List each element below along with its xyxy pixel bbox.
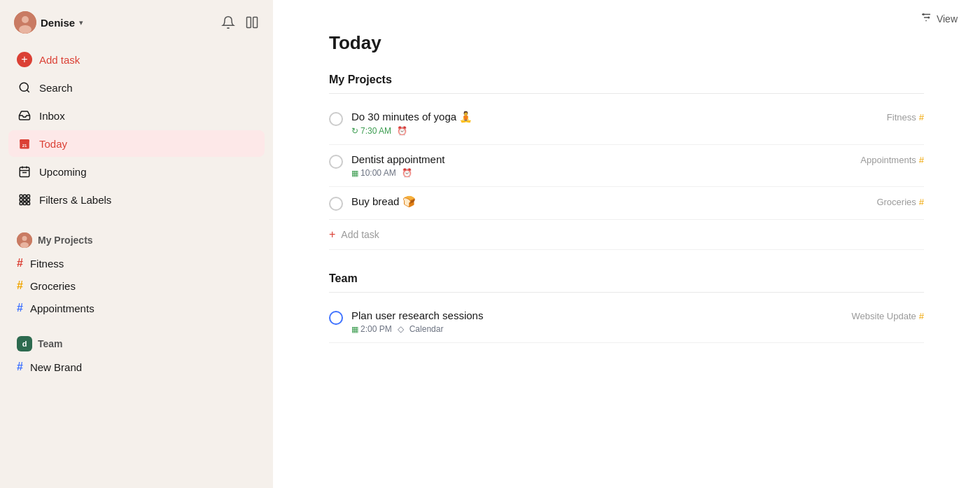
task-content: Plan user research sessions ▦ 2:00 PM ◇ … xyxy=(351,309,483,334)
avatar xyxy=(14,11,36,34)
my-projects-section: My Projects # Fitness # Groceries # Appo… xyxy=(0,218,273,322)
alarm-icon: ⏰ xyxy=(402,168,412,178)
my-projects-label: My Projects xyxy=(38,235,93,246)
add-task-inline-label: Add task xyxy=(341,229,379,240)
fitness-label: Fitness xyxy=(30,258,64,270)
view-button-label: View xyxy=(937,13,958,25)
task-checkbox[interactable] xyxy=(329,311,343,325)
team-section-title: Team xyxy=(329,272,924,293)
svg-rect-18 xyxy=(24,195,27,197)
task-right: Website Update # xyxy=(852,309,925,321)
svg-rect-16 xyxy=(20,199,22,202)
calendar-small-icon: ▦ xyxy=(351,325,358,334)
add-task-button[interactable]: + Add task xyxy=(8,46,265,73)
task-time: ▦ 10:00 AM xyxy=(351,168,396,178)
svg-rect-17 xyxy=(20,202,22,205)
hash-icon: # xyxy=(17,257,23,270)
task-checkbox[interactable] xyxy=(329,197,343,211)
svg-rect-23 xyxy=(27,202,30,205)
layout-button[interactable] xyxy=(245,15,259,29)
hash-icon: # xyxy=(17,279,23,292)
hash-icon: # xyxy=(17,302,23,314)
team-avatar: d xyxy=(17,336,32,351)
add-task-inline-button[interactable]: + Add task xyxy=(329,220,924,250)
calendar-label-icon: ◇ xyxy=(398,324,404,334)
sidebar-item-inbox[interactable]: Inbox xyxy=(8,102,265,129)
task-left: Buy bread 🍞 xyxy=(329,195,876,211)
task-right: Appointments # xyxy=(860,153,924,165)
search-label: Search xyxy=(39,82,73,94)
appointments-label: Appointments xyxy=(30,302,94,314)
svg-point-1 xyxy=(22,16,29,23)
page-title: Today xyxy=(329,32,924,54)
my-projects-task-section: My Projects Do 30 minutes of yoga 🧘 ↻ 7:… xyxy=(329,74,924,250)
recurrence-icon: ↻ xyxy=(351,126,358,136)
svg-line-6 xyxy=(27,90,29,92)
svg-point-5 xyxy=(20,83,28,91)
alarm-icon: ⏰ xyxy=(397,126,407,136)
task-tag-hash: # xyxy=(919,112,924,123)
calendar-small-icon: ▦ xyxy=(351,169,358,178)
filters-icon xyxy=(17,192,32,207)
table-row[interactable]: Do 30 minutes of yoga 🧘 ↻ 7:30 AM ⏰ xyxy=(329,102,924,145)
task-checkbox[interactable] xyxy=(329,112,343,126)
sidebar-item-fitness[interactable]: # Fitness xyxy=(8,252,265,274)
task-meta: ▦ 10:00 AM ⏰ xyxy=(351,168,444,178)
sidebar-item-appointments[interactable]: # Appointments xyxy=(8,297,265,319)
main-content: View Today My Projects Do 30 minutes of … xyxy=(273,0,980,488)
task-title: Plan user research sessions xyxy=(351,309,483,321)
task-title: Buy bread 🍞 xyxy=(351,195,416,208)
main-body: Today My Projects Do 30 minutes of yoga … xyxy=(273,27,980,365)
sidebar-item-search[interactable]: Search xyxy=(8,74,265,101)
search-icon xyxy=(17,80,32,95)
hash-icon: # xyxy=(17,361,23,373)
task-tag: Groceries xyxy=(876,197,916,207)
upcoming-label: Upcoming xyxy=(39,166,87,178)
svg-rect-15 xyxy=(20,195,22,197)
add-task-circle-icon: + xyxy=(17,52,32,67)
sidebar-item-groceries[interactable]: # Groceries xyxy=(8,274,265,297)
table-row[interactable]: Dentist appointment ▦ 10:00 AM ⏰ Appo xyxy=(329,145,924,187)
sidebar-item-today[interactable]: 21 Today xyxy=(8,130,265,157)
add-plus-icon: + xyxy=(329,228,335,241)
notifications-button[interactable] xyxy=(221,15,235,29)
team-section-header: d Team xyxy=(8,332,265,356)
user-menu[interactable]: Denise ▾ xyxy=(14,11,83,34)
task-tag-hash: # xyxy=(919,197,924,207)
task-tag: Website Update xyxy=(852,311,916,321)
user-name: Denise xyxy=(41,17,75,29)
task-left: Plan user research sessions ▦ 2:00 PM ◇ … xyxy=(329,309,852,334)
svg-text:21: 21 xyxy=(22,144,27,148)
task-list-my-projects: Do 30 minutes of yoga 🧘 ↻ 7:30 AM ⏰ xyxy=(329,102,924,250)
table-row[interactable]: Plan user research sessions ▦ 2:00 PM ◇ … xyxy=(329,301,924,343)
svg-rect-22 xyxy=(27,199,30,202)
svg-rect-8 xyxy=(20,139,29,143)
chevron-down-icon: ▾ xyxy=(79,18,83,27)
task-tag-hash: # xyxy=(919,155,924,165)
today-label: Today xyxy=(39,138,67,150)
task-title: Do 30 minutes of yoga 🧘 xyxy=(351,111,472,123)
sidebar-header: Denise ▾ xyxy=(0,0,273,41)
task-checkbox[interactable] xyxy=(329,155,343,169)
svg-point-26 xyxy=(20,242,29,248)
sidebar-item-new-brand[interactable]: # New Brand xyxy=(8,356,265,378)
table-row[interactable]: Buy bread 🍞 Groceries # xyxy=(329,187,924,220)
task-meta: ▦ 2:00 PM ◇ Calendar xyxy=(351,324,483,334)
task-meta: ↻ 7:30 AM ⏰ xyxy=(351,126,472,136)
sidebar-item-filters[interactable]: Filters & Labels xyxy=(8,186,265,213)
task-tag: Appointments xyxy=(860,155,916,165)
view-filter-icon xyxy=(920,11,932,27)
svg-rect-3 xyxy=(247,18,251,28)
task-content: Dentist appointment ▦ 10:00 AM ⏰ xyxy=(351,153,444,178)
task-tag-hash: # xyxy=(919,311,924,321)
new-brand-label: New Brand xyxy=(30,361,82,373)
sidebar-item-upcoming[interactable]: Upcoming xyxy=(8,158,265,185)
svg-point-2 xyxy=(19,25,31,34)
team-task-section: Team Plan user research sessions ▦ 2:00 … xyxy=(329,272,924,343)
task-content: Do 30 minutes of yoga 🧘 ↻ 7:30 AM ⏰ xyxy=(351,111,472,136)
groceries-label: Groceries xyxy=(30,280,76,292)
view-button[interactable]: View xyxy=(920,11,958,27)
header-icons xyxy=(221,15,259,29)
svg-rect-4 xyxy=(253,18,258,28)
today-icon: 21 xyxy=(17,136,32,151)
